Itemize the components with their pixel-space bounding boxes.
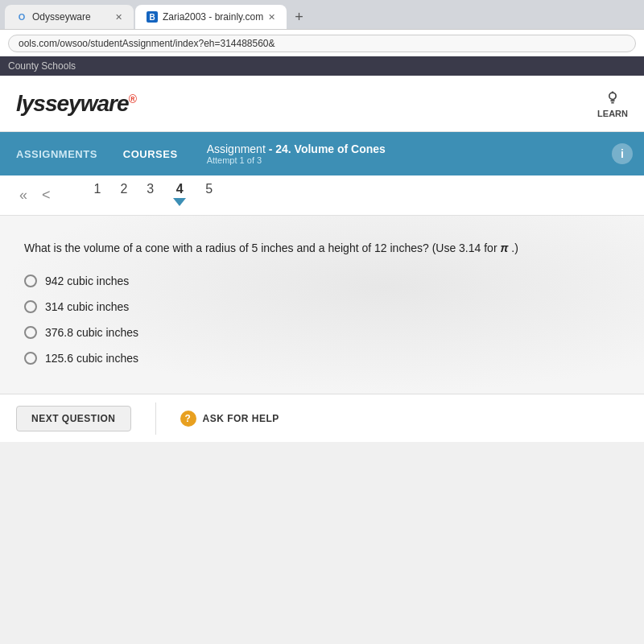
tab-bar: O Odysseyware ✕ B Zaria2003 - brainly.co…	[0, 0, 644, 29]
option-2-label: 314 cubic inches	[45, 300, 129, 313]
ask-help-label: ASK FOR HELP	[203, 413, 279, 424]
app-wrapper: County Schools lysseyware® LEARN ASSIGNM…	[0, 56, 644, 442]
main-content: What is the volume of a cone with a radi…	[0, 216, 644, 394]
bottom-bar: NEXT QUESTION ? ASK FOR HELP	[0, 394, 644, 442]
assignment-info: Assignment - 24. Volume of Cones Attempt…	[207, 142, 386, 165]
courses-nav[interactable]: COURSES	[118, 148, 183, 160]
odysseyware-favicon: O	[16, 11, 27, 23]
svg-point-0	[609, 93, 616, 99]
url-input[interactable]	[8, 35, 636, 52]
assignment-name: - 24. Volume of Cones	[266, 142, 386, 155]
option-3[interactable]: 376.8 cubic inches	[24, 326, 620, 339]
logo: lysseyware®	[16, 91, 136, 117]
county-bar: County Schools	[0, 56, 644, 76]
tab-odysseyware[interactable]: O Odysseyware ✕	[5, 5, 134, 29]
radio-opt3[interactable]	[24, 326, 37, 339]
radio-opt2[interactable]	[24, 300, 37, 313]
page-4[interactable]: 4	[173, 182, 186, 209]
page-numbers: 1 2 3 4 5	[94, 182, 213, 209]
radio-opt1[interactable]	[24, 275, 37, 287]
assignment-prefix: Assignment	[207, 142, 266, 155]
pi-symbol: π	[500, 242, 508, 254]
question-text: What is the volume of a cone with a radi…	[24, 240, 620, 257]
tab-odysseyware-close[interactable]: ✕	[115, 12, 122, 23]
radio-opt4[interactable]	[24, 352, 37, 365]
address-bar	[0, 29, 644, 56]
help-icon: ?	[180, 411, 196, 427]
learn-nav-item[interactable]: LEARN	[597, 89, 628, 118]
bottom-divider	[155, 402, 156, 435]
pagination-bar: « < 1 2 3 4 5	[0, 175, 644, 216]
new-tab-button[interactable]: +	[288, 10, 310, 24]
option-1-label: 942 cubic inches	[45, 275, 129, 287]
option-4-label: 125.6 cubic inches	[45, 352, 138, 365]
option-1[interactable]: 942 cubic inches	[24, 275, 620, 287]
prev-button[interactable]: <	[39, 187, 54, 204]
assignments-nav[interactable]: ASSIGNMENTS	[11, 148, 102, 160]
question-text-main: What is the volume of a cone with a radi…	[24, 242, 500, 254]
page-1[interactable]: 1	[94, 182, 101, 200]
next-question-button[interactable]: NEXT QUESTION	[16, 406, 131, 431]
page-5[interactable]: 5	[205, 182, 213, 200]
logo-registered: ®	[128, 92, 135, 105]
page-3[interactable]: 3	[147, 182, 154, 200]
header-nav: LEARN	[597, 89, 628, 118]
info-icon[interactable]: i	[612, 143, 633, 164]
app-header: lysseyware® LEARN	[0, 76, 644, 132]
logo-text: lysseyware	[16, 91, 128, 116]
nav-bar: ASSIGNMENTS COURSES Assignment - 24. Vol…	[0, 132, 644, 175]
tab-brainly[interactable]: B Zaria2003 - brainly.com ✕	[135, 5, 287, 29]
learn-label: LEARN	[597, 109, 628, 118]
tab-brainly-label: Zaria2003 - brainly.com	[163, 11, 263, 23]
ask-help-button[interactable]: ? ASK FOR HELP	[180, 411, 279, 427]
tab-brainly-close[interactable]: ✕	[268, 12, 275, 23]
active-page-indicator	[173, 198, 186, 206]
tab-odysseyware-label: Odysseyware	[32, 11, 91, 23]
option-4[interactable]: 125.6 cubic inches	[24, 352, 620, 365]
assignment-title: Assignment - 24. Volume of Cones	[207, 142, 386, 155]
bulb-icon	[605, 89, 621, 105]
page-2[interactable]: 2	[120, 182, 127, 200]
browser-chrome: O Odysseyware ✕ B Zaria2003 - brainly.co…	[0, 0, 644, 56]
option-2[interactable]: 314 cubic inches	[24, 300, 620, 313]
assignment-subtitle: Attempt 1 of 3	[207, 155, 386, 165]
option-3-label: 376.8 cubic inches	[45, 326, 138, 339]
county-label: County Schools	[8, 60, 76, 72]
prev-all-button[interactable]: «	[16, 187, 31, 204]
brainly-favicon: B	[147, 11, 158, 23]
question-text-suffix: .)	[508, 242, 518, 254]
